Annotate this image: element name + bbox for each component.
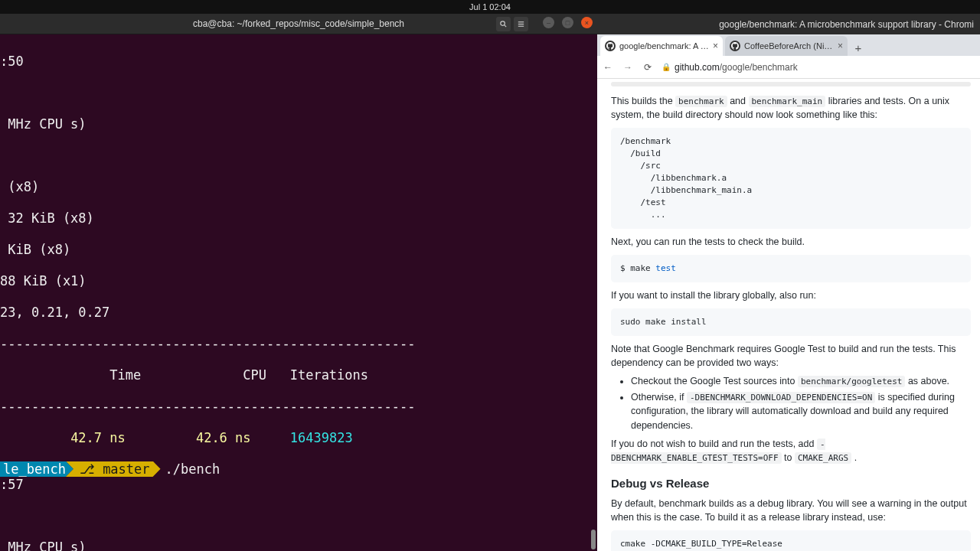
tab-close-icon[interactable]: ×: [713, 41, 718, 51]
svg-line-1: [505, 25, 507, 28]
term-line: MHz CPU s): [0, 540, 597, 551]
tab-strip: google/benchmark: A mi × CoffeeBeforeArc…: [597, 34, 980, 56]
lock-icon: 🔒: [662, 63, 671, 71]
code-block: /benchmark /build /src /libbenchmark.a /…: [611, 128, 971, 229]
browser-toolbar: ← → ⟳ 🔒 github.com/google/benchmark: [597, 56, 980, 79]
browser-title: google/benchmark: A microbenchmark suppo…: [719, 19, 974, 30]
code-block: sudo make install: [611, 308, 971, 336]
inline-code: benchmark: [675, 96, 727, 107]
term-line: ----------------------------------------…: [0, 399, 597, 415]
omnibox[interactable]: 🔒 github.com/google/benchmark: [662, 62, 975, 73]
terminal-titlebar[interactable]: cba@cba: ~/forked_repos/misc_code/simple…: [0, 14, 597, 34]
term-line: ----------------------------------------…: [0, 336, 597, 352]
bullet-list: Checkout the Google Test sources into be…: [611, 374, 971, 432]
term-line: 88 KiB (x1): [0, 273, 597, 289]
bench-row: 42.7 ns 42.6 ns 16439823: [0, 430, 597, 446]
page-content[interactable]: This builds the benchmark and benchmark_…: [597, 79, 980, 551]
menu-icon[interactable]: [514, 17, 528, 31]
term-line: (x8): [0, 179, 597, 195]
term-line: [0, 148, 597, 164]
prompt: le_bench⎇ master./bench: [0, 461, 220, 478]
list-item: Otherwise, if -DBENCHMARK_DOWNLOAD_DEPEN…: [631, 390, 971, 432]
back-button[interactable]: ←: [602, 62, 614, 73]
paragraph: If you want to install the library globa…: [611, 289, 971, 302]
code-block: $ make test: [611, 255, 971, 282]
search-icon[interactable]: [496, 17, 511, 31]
headerbar-icons: [496, 17, 528, 31]
paragraph: By default, benchmark builds as a debug …: [611, 497, 971, 524]
prompt-path: le_bench: [0, 461, 74, 478]
desktop: cba@cba: ~/forked_repos/misc_code/simple…: [0, 14, 980, 551]
scrollbar-thumb[interactable]: [591, 530, 596, 549]
heading-debug-release: Debug vs Release: [611, 475, 971, 492]
term-line: 32 KiB (x8): [0, 210, 597, 227]
term-line: 23, 0.21, 0.27: [0, 305, 597, 321]
term-line: [0, 508, 597, 524]
minimize-button[interactable]: –: [543, 17, 554, 28]
tab-inactive[interactable]: CoffeeBeforeArch (Nick) ×: [725, 36, 848, 56]
terminal-body[interactable]: :50 MHz CPU s) (x8) 32 KiB (x8) KiB (x8)…: [0, 34, 597, 551]
prompt-branch: ⎇ master: [66, 461, 161, 478]
github-icon: [605, 41, 616, 51]
list-item: Checkout the Google Test sources into be…: [631, 374, 971, 388]
paragraph: Next, you can run the tests to check the…: [611, 235, 971, 249]
tab-label: google/benchmark: A mi: [619, 41, 709, 51]
code-block-edge: [611, 82, 971, 86]
inline-code: benchmark_main: [749, 96, 826, 107]
inline-code: -DBENCHMARK_DOWNLOAD_DEPENDENCIES=ON: [687, 392, 875, 403]
term-line: [0, 85, 597, 101]
system-top-bar: Jul 1 02:04: [0, 0, 980, 14]
reload-button[interactable]: ⟳: [642, 62, 654, 73]
code-block: cmake -DCMAKE_BUILD_TYPE=Release: [611, 530, 971, 551]
maximize-button[interactable]: □: [562, 17, 573, 28]
prompt-command: ./bench: [165, 461, 220, 478]
paragraph: If you do not wish to build and run the …: [611, 437, 971, 465]
url-text: github.com/google/benchmark: [675, 62, 798, 73]
term-header: Time CPU Iterations: [0, 367, 597, 383]
window-controls: – □ ×: [543, 17, 593, 28]
term-line: MHz CPU s): [0, 116, 597, 132]
term-line: :57: [0, 477, 597, 493]
clock: Jul 1 02:04: [469, 2, 511, 11]
forward-button[interactable]: →: [622, 62, 634, 73]
paragraph: This builds the benchmark and benchmark_…: [611, 94, 971, 122]
term-line: KiB (x8): [0, 242, 597, 258]
tab-active[interactable]: google/benchmark: A mi ×: [600, 36, 723, 56]
term-line: :50: [0, 54, 597, 70]
inline-code: CMAKE_ARGS: [795, 452, 851, 464]
tab-close-icon[interactable]: ×: [838, 41, 843, 51]
new-tab-button[interactable]: +: [850, 39, 867, 56]
browser-titlebar[interactable]: google/benchmark: A microbenchmark suppo…: [597, 14, 980, 34]
inline-code: benchmark/googletest: [798, 376, 905, 387]
browser-window: google/benchmark: A microbenchmark suppo…: [597, 14, 980, 551]
terminal-window: cba@cba: ~/forked_repos/misc_code/simple…: [0, 14, 597, 551]
github-icon: [730, 41, 740, 51]
close-button[interactable]: ×: [581, 17, 593, 28]
paragraph: Note that Google Benchmark requires Goog…: [611, 342, 971, 370]
svg-point-0: [501, 21, 505, 25]
tab-label: CoffeeBeforeArch (Nick): [744, 41, 834, 51]
